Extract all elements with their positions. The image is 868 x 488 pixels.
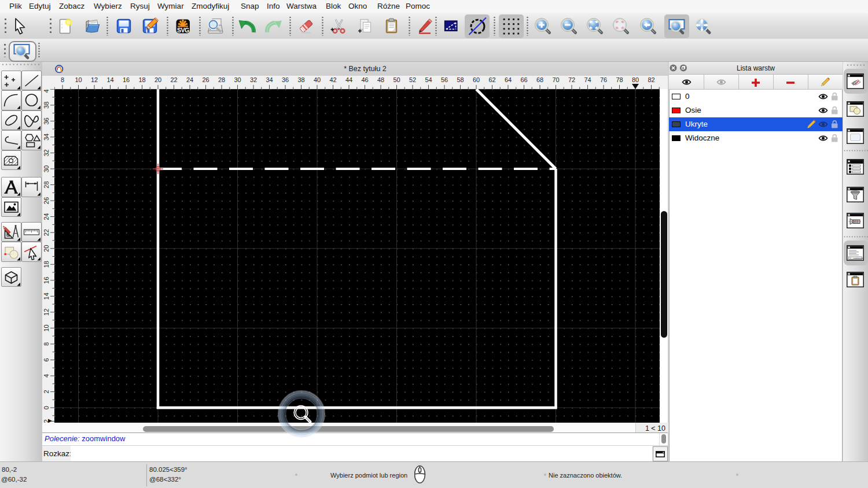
svg-text:26: 26 — [43, 197, 50, 204]
svg-text:10: 10 — [75, 76, 82, 83]
svg-text:56: 56 — [441, 76, 448, 83]
svg-text:32: 32 — [43, 149, 50, 156]
svg-text:14: 14 — [106, 76, 113, 83]
svg-text:42: 42 — [329, 76, 336, 83]
svg-text:SVG: SVG — [177, 27, 189, 34]
svg-text:36: 36 — [43, 117, 50, 124]
svg-text:4: 4 — [43, 374, 50, 378]
svg-text:20: 20 — [155, 76, 161, 83]
svg-text:30: 30 — [43, 165, 50, 172]
svg-text:66: 66 — [520, 76, 527, 83]
svg-text:64: 64 — [505, 76, 512, 83]
svg-text:72: 72 — [568, 76, 575, 83]
svg-text:24: 24 — [186, 76, 193, 83]
svg-text:34: 34 — [266, 76, 273, 83]
svg-text:2: 2 — [43, 390, 50, 393]
svg-text:38: 38 — [297, 76, 304, 83]
svg-text:38: 38 — [43, 102, 50, 109]
svg-text:68: 68 — [536, 76, 543, 83]
svg-text:26: 26 — [202, 76, 209, 83]
svg-text:70: 70 — [552, 76, 559, 83]
svg-text:16: 16 — [123, 76, 130, 83]
svg-text:28: 28 — [218, 76, 225, 83]
svg-text:18: 18 — [138, 76, 145, 83]
svg-text:34: 34 — [43, 134, 50, 141]
svg-text:82: 82 — [648, 76, 654, 83]
svg-text:36: 36 — [282, 76, 289, 83]
svg-text:44: 44 — [345, 76, 352, 83]
svg-text:12: 12 — [43, 309, 50, 316]
svg-text:12: 12 — [91, 76, 98, 83]
svg-text:C_ command: C_ command — [849, 257, 863, 260]
svg-text:16: 16 — [43, 277, 50, 284]
svg-text:10: 10 — [43, 324, 50, 331]
svg-text:18: 18 — [43, 261, 50, 268]
svg-text:76: 76 — [600, 76, 607, 83]
svg-text:24: 24 — [43, 213, 50, 220]
svg-text:40: 40 — [314, 76, 321, 83]
svg-text:62: 62 — [488, 76, 495, 83]
svg-text:6: 6 — [43, 358, 50, 361]
svg-text:8: 8 — [61, 76, 64, 83]
svg-text:40: 40 — [43, 89, 50, 93]
svg-text:54: 54 — [425, 76, 432, 83]
svg-text:8: 8 — [43, 342, 50, 346]
svg-text:30: 30 — [234, 76, 241, 83]
svg-text:22: 22 — [43, 229, 50, 236]
svg-text:20: 20 — [43, 245, 50, 252]
svg-text:60: 60 — [473, 76, 480, 83]
svg-text:74: 74 — [584, 76, 591, 83]
svg-text:46: 46 — [361, 76, 368, 83]
svg-text:80: 80 — [632, 76, 639, 83]
svg-text:78: 78 — [616, 76, 623, 83]
svg-text:48: 48 — [377, 76, 384, 83]
svg-text:52: 52 — [409, 76, 416, 83]
svg-text:22: 22 — [170, 76, 177, 83]
svg-text:50: 50 — [393, 76, 400, 83]
svg-text:28: 28 — [43, 181, 50, 188]
svg-text:58: 58 — [457, 76, 464, 83]
svg-text:32: 32 — [250, 76, 257, 83]
svg-text:14: 14 — [43, 293, 50, 300]
svg-text:0: 0 — [43, 406, 50, 409]
